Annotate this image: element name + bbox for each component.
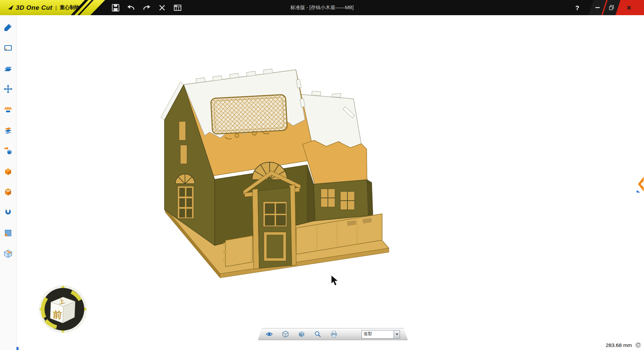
wireframe-view-button[interactable] xyxy=(282,330,289,338)
roof-wing-gold[interactable] xyxy=(303,140,367,185)
view-cube-front-label: 前 xyxy=(52,310,62,320)
close-icon xyxy=(626,4,633,11)
mode-dropdown[interactable]: 造型 xyxy=(362,330,400,339)
stack-layers-icon xyxy=(4,126,12,135)
tool-sidebar xyxy=(0,15,17,350)
caret-down-icon xyxy=(396,333,398,335)
view-dock: 造型 xyxy=(258,328,408,340)
sidebar-tool-package-export[interactable] xyxy=(3,249,13,258)
move-icon xyxy=(4,85,12,93)
wing-wall[interactable] xyxy=(314,180,373,221)
brand-subtitle: 童心制物 xyxy=(60,4,80,11)
pattern-array-icon xyxy=(4,105,12,114)
window-controls xyxy=(585,0,644,15)
model-canvas[interactable] xyxy=(0,0,644,350)
visibility-eye-icon xyxy=(266,331,273,338)
sidebar-tool-sketch-plane[interactable] xyxy=(3,43,13,53)
brand-mark-icon xyxy=(8,5,13,10)
sidebar-tool-box-primitive[interactable] xyxy=(3,187,13,197)
brand-name: 3D One Cut xyxy=(16,4,52,11)
help-button[interactable]: ? xyxy=(572,0,582,15)
window-title: 标准版 - [存钱小木屋——MB] xyxy=(290,0,354,15)
measurement-readout: 283.68 mm xyxy=(606,342,632,348)
sidebar-tool-sketch-brush[interactable] xyxy=(3,23,13,32)
sketch-brush-icon xyxy=(4,23,12,32)
magnet-align-icon xyxy=(4,208,12,217)
sidebar-tool-move[interactable] xyxy=(3,84,13,94)
titlebar: 3D One Cut | 童心制物 xyxy=(0,0,644,15)
house-model[interactable] xyxy=(161,69,389,278)
dropdown-arrow-button[interactable] xyxy=(394,330,400,338)
zoom-icon xyxy=(314,331,321,338)
shaded-view-icon xyxy=(298,331,305,338)
close-doc-button[interactable] xyxy=(157,2,167,13)
brand-plate: 3D One Cut | 童心制物 xyxy=(0,0,105,15)
sidebar-tool-import-export[interactable] xyxy=(3,146,13,155)
plot-output-icon xyxy=(331,330,337,338)
import-export-icon xyxy=(4,146,12,155)
save-icon xyxy=(111,3,120,12)
grid-export-icon xyxy=(173,3,182,12)
package-export-icon xyxy=(4,249,12,258)
sidebar-tool-material[interactable] xyxy=(3,228,13,238)
shaded-view-button[interactable] xyxy=(298,330,305,338)
sidebar-tool-cube-primitive[interactable] xyxy=(3,167,13,176)
cube-primitive-icon xyxy=(4,167,12,176)
sidebar-tool-pattern-array[interactable] xyxy=(3,105,13,114)
sketch-plane-icon xyxy=(4,43,12,52)
units-indicator-icon xyxy=(635,342,641,348)
zoom-button[interactable] xyxy=(314,330,321,338)
redo-icon xyxy=(142,3,151,12)
sidebar-tool-surface[interactable] xyxy=(3,64,13,73)
sidebar-tool-stack-layers[interactable] xyxy=(3,125,13,135)
surface-icon xyxy=(4,64,12,73)
restore-icon xyxy=(608,4,615,11)
redo-button[interactable] xyxy=(142,2,152,13)
sidebar-tool-magnet-align[interactable] xyxy=(3,208,13,217)
save-button[interactable] xyxy=(111,2,121,13)
visibility-button[interactable] xyxy=(266,330,273,338)
box-primitive-icon xyxy=(4,187,12,196)
expand-arrow-icon xyxy=(636,176,644,193)
close-doc-icon xyxy=(158,4,166,12)
material-icon xyxy=(4,229,12,237)
undo-button[interactable] xyxy=(126,2,136,13)
minimize-icon xyxy=(595,7,600,8)
mouse-cursor xyxy=(331,275,338,286)
panel-expand-button[interactable] xyxy=(636,176,644,193)
brand-divider: | xyxy=(55,5,57,10)
mode-dropdown-value: 造型 xyxy=(362,330,394,338)
wireframe-view-icon xyxy=(282,331,289,338)
export-button[interactable] xyxy=(173,2,183,13)
view-cube[interactable]: 上 前 xyxy=(38,285,88,334)
undo-icon xyxy=(127,3,135,12)
plot-output-button[interactable] xyxy=(330,330,338,338)
